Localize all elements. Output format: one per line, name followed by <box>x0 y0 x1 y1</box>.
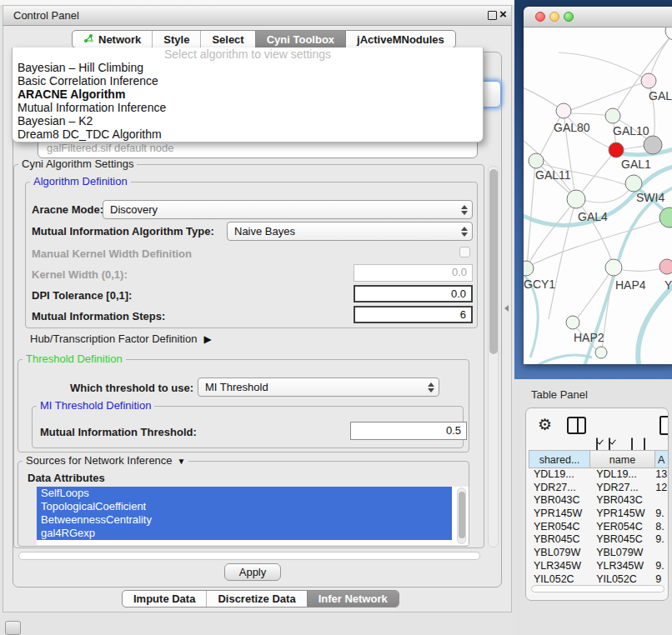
network-node-swi4[interactable] <box>625 175 642 192</box>
sources-legend-label: Sources for Network Inference <box>26 454 173 467</box>
network-graph: GALGAL80GAL10GAL1GAL11SWI4GAL4GCY1HAP4YH… <box>524 28 672 364</box>
data-attributes-list: SelfLoopsTopologicalCoefficientBetweenne… <box>37 487 469 545</box>
gear-icon[interactable]: ⚙ <box>538 417 552 432</box>
split-columns-icon[interactable] <box>567 417 586 434</box>
tab-impute-data[interactable]: Impute Data <box>123 591 206 607</box>
table-row[interactable]: YBR045CYBR045C9. <box>529 533 669 547</box>
table-cell: YBR045C <box>589 533 654 547</box>
attribute-item-topologicalcoefficient[interactable]: TopologicalCoefficient <box>37 500 452 513</box>
control-panel-titlebar: Control Panel <box>3 5 512 26</box>
which-threshold-value: MI Threshold <box>205 381 268 393</box>
mi-type-select[interactable]: Naive Bayes <box>227 222 473 241</box>
algorithm-option-bayesian-k2[interactable]: Bayesian – K2 <box>13 114 483 128</box>
attribute-item-gal4rgexp[interactable]: gal4RGexp <box>37 527 452 540</box>
table-row[interactable]: YLR345WYLR345W9. <box>529 560 669 573</box>
network-node[interactable] <box>595 347 607 358</box>
tab-select[interactable]: Select <box>200 31 254 48</box>
algorithm-option-bayesian-hill-climbing[interactable]: Bayesian – Hill Climbing <box>13 61 483 74</box>
algorithm-option-dream8-dc-tdc-algorithm[interactable]: Dream8 DC_TDC Algorithm <box>13 128 483 141</box>
aracne-mode-select[interactable]: Discovery <box>103 200 473 219</box>
table-cell: YER054C <box>589 521 654 534</box>
cyni-bottom-tabbar: Impute DataDiscretize DataInfer Network <box>122 590 399 608</box>
close-icon[interactable]: × <box>499 8 507 20</box>
network-window-titlebar[interactable] <box>524 7 672 28</box>
network-node[interactable] <box>659 208 672 228</box>
table-cell: YBR043C <box>589 494 654 508</box>
document-icon[interactable] <box>659 416 669 435</box>
minimized-panel-icon[interactable] <box>5 621 21 635</box>
network-node[interactable] <box>644 136 662 154</box>
table-row[interactable]: YBL079WYBL079W <box>529 547 669 560</box>
node-label-gcy1: GCY1 <box>524 278 555 291</box>
panel-collapse-handle[interactable] <box>504 305 509 312</box>
sources-legend[interactable]: Sources for Network Inference <box>23 455 188 468</box>
network-node[interactable] <box>665 28 672 40</box>
network-edge <box>549 200 576 319</box>
tab-infer-network-label: Infer Network <box>318 592 388 605</box>
table-cell: YBR043C <box>529 494 589 508</box>
mi-steps-field[interactable]: 6 <box>354 306 473 323</box>
column-header-name[interactable]: name <box>590 450 655 468</box>
table-row[interactable]: YPR145WYPR145W9. <box>529 508 669 521</box>
settings-vertical-scrollbar[interactable] <box>488 166 499 548</box>
tab-style[interactable]: Style <box>152 31 200 48</box>
tab-discretize-data[interactable]: Discretize Data <box>206 591 306 607</box>
algorithm-option-aracne-algorithm[interactable]: ARACNE Algorithm <box>13 88 483 101</box>
node-label-gal: GAL <box>649 89 672 102</box>
hub-expander[interactable]: Hub/Transcription Factor Definition <box>30 332 212 345</box>
table-horizontal-scrollbar[interactable] <box>531 585 664 592</box>
tab-cyni-toolbox[interactable]: Cyni Toolbox <box>255 31 345 48</box>
network-canvas[interactable]: GALGAL80GAL10GAL1GAL11SWI4GAL4GCY1HAP4YH… <box>524 28 672 364</box>
mi-type-label: Mutual Information Algorithm Type: <box>32 225 214 238</box>
tab-discretize-data-label: Discretize Data <box>218 592 295 605</box>
network-node-y[interactable] <box>659 259 672 274</box>
network-node-gal[interactable] <box>641 73 656 88</box>
which-threshold-select[interactable]: MI Threshold <box>198 378 439 397</box>
control-panel-title: Control Panel <box>13 9 79 22</box>
network-node-hap4[interactable] <box>605 259 622 276</box>
minimize-traffic-light-icon[interactable] <box>549 12 559 22</box>
dpi-tolerance-field[interactable]: 0.0 <box>354 285 473 302</box>
tab-network[interactable]: Network <box>73 31 152 48</box>
table-row[interactable]: YIL052CYIL052C9 <box>529 573 669 587</box>
network-node-gal10[interactable] <box>605 108 620 123</box>
network-node-gal11[interactable] <box>529 153 544 168</box>
manual-kernel-checkbox[interactable] <box>459 247 470 258</box>
table-cell <box>654 547 669 560</box>
settings-horizontal-scrollbar[interactable] <box>18 552 480 560</box>
network-node-gal80[interactable] <box>556 103 571 118</box>
table-row[interactable]: YDL19...YDL19...13 <box>529 468 669 482</box>
apply-button[interactable]: Apply <box>224 563 281 581</box>
node-table: shared...nameAYDL19...YDL19...13YDR27...… <box>529 450 669 586</box>
threshold-legend: Threshold Definition <box>23 353 126 365</box>
algorithm-option-basic-correlation-inference[interactable]: Basic Correlation Inference <box>13 74 483 88</box>
tab-jactivemnodules[interactable]: jActiveMNodules <box>345 31 455 48</box>
column-header-a[interactable]: A <box>655 450 669 468</box>
mi-threshold-label: Mutual Information Threshold: <box>40 426 197 438</box>
column-header-shared-[interactable]: shared... <box>529 450 590 468</box>
network-edge <box>580 151 615 194</box>
table-toolbar: ⚙ <box>526 408 668 447</box>
attributes-scrollbar[interactable] <box>457 488 466 544</box>
kernel-width-field[interactable]: 0.0 <box>354 264 473 282</box>
float-window-icon[interactable] <box>488 11 497 20</box>
network-node-hap2[interactable] <box>566 316 579 329</box>
tab-infer-network[interactable]: Infer Network <box>307 591 399 607</box>
network-edge <box>528 219 667 267</box>
network-node-gal1[interactable] <box>609 142 624 158</box>
tab-style-label: Style <box>163 33 189 46</box>
table-cell: YBR045C <box>529 533 589 547</box>
table-cell: YDL19... <box>529 468 589 482</box>
algorithm-option-mutual-information-inference[interactable]: Mutual Information Inference <box>13 101 483 114</box>
zoom-traffic-light-icon[interactable] <box>564 12 574 22</box>
table-row[interactable]: YDR27...YDR27...12 <box>529 482 669 495</box>
table-row[interactable]: YBR043CYBR043C <box>529 494 669 508</box>
table-row[interactable]: YER054CYER054C8. <box>529 521 669 534</box>
mi-threshold-field[interactable]: 0.5 <box>350 422 467 440</box>
network-node-gcy1[interactable] <box>524 261 534 276</box>
attribute-item-selfloops[interactable]: SelfLoops <box>37 487 452 500</box>
network-node-gal4[interactable] <box>567 190 585 208</box>
attribute-item-betweennesscentrality[interactable]: BetweennessCentrality <box>37 513 452 527</box>
close-traffic-light-icon[interactable] <box>535 12 545 22</box>
tab-select-label: Select <box>212 33 243 46</box>
